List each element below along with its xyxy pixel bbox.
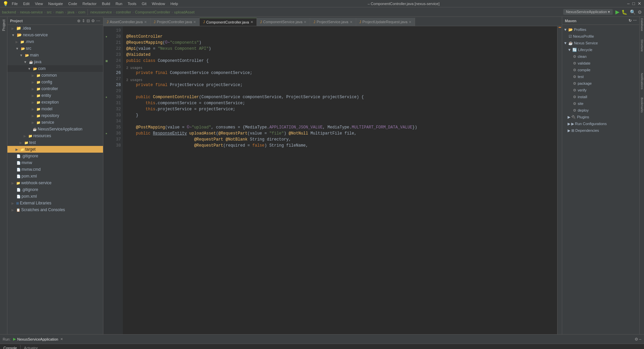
tree-item-target[interactable]: ▶ 📁 target bbox=[7, 146, 103, 153]
maven-verify[interactable]: ⚙ verify bbox=[562, 87, 639, 93]
tree-item-repository[interactable]: ▶ 📁 repository bbox=[7, 112, 103, 119]
menu-navigate[interactable]: Navigate bbox=[46, 1, 65, 6]
tab-actuator[interactable]: Actuator bbox=[21, 345, 41, 349]
close-btn[interactable]: ✕ bbox=[638, 1, 641, 6]
tree-item-pomxml2[interactable]: 📄 pom.xml bbox=[7, 193, 103, 200]
notif-structure-icon[interactable]: Structure bbox=[640, 39, 644, 52]
maven-refresh-btn[interactable]: ↻ bbox=[629, 18, 632, 23]
project-locate-btn[interactable]: ⊕ bbox=[77, 18, 80, 23]
debug-btn[interactable]: 🐛 bbox=[621, 9, 627, 15]
close-tab-componentservice[interactable]: ✕ bbox=[304, 20, 306, 24]
menu-run[interactable]: Run bbox=[113, 1, 124, 6]
maven-package[interactable]: ⚙ package bbox=[562, 80, 639, 87]
tab-componentservice[interactable]: J ComponentService.java ✕ bbox=[257, 18, 310, 26]
run-settings-btn[interactable]: ⚙ bbox=[635, 337, 638, 342]
tree-item-webhook-service[interactable]: ▶ 📁 webhook-service bbox=[7, 180, 103, 186]
tree-item-mvnwcmd[interactable]: 📄 mvnw.cmd bbox=[7, 166, 103, 173]
run-app-name[interactable]: NexusServiceApplication bbox=[17, 337, 58, 341]
tree-item-config[interactable]: ▶ 📁 config bbox=[7, 79, 103, 85]
menu-code[interactable]: Code bbox=[66, 1, 79, 6]
menu-help[interactable]: Help bbox=[168, 1, 180, 6]
notif-db-icon[interactable]: Database bbox=[640, 18, 644, 31]
notif-bookmarks-icon[interactable]: Bookmarks bbox=[640, 98, 644, 113]
toolbar-nexus-service[interactable]: nexus-service bbox=[20, 10, 43, 14]
tab-projectcontroller[interactable]: J ProjectController.java ✕ bbox=[150, 18, 200, 26]
project-collapse-btn[interactable]: ⊟ bbox=[87, 18, 90, 23]
maven-nexusprofile[interactable]: ☑ NexusProfile bbox=[562, 33, 639, 40]
close-tab-componentcontroller[interactable]: ✕ bbox=[250, 20, 253, 24]
tab-assetcontroller[interactable]: J AssetController.java ✕ bbox=[103, 18, 150, 26]
tree-item-gitignore[interactable]: 📄 .gitignore bbox=[7, 153, 103, 159]
maven-dependencies[interactable]: ▶ ⊞ Dependencies bbox=[562, 127, 639, 134]
tab-console[interactable]: Console bbox=[0, 345, 21, 349]
menu-build[interactable]: Build bbox=[100, 1, 112, 6]
toolbar-componentcontroller-breadcrumb[interactable]: ComponentController bbox=[135, 10, 170, 14]
menu-refactor[interactable]: Refactor bbox=[80, 1, 99, 6]
maven-profiles[interactable]: ▼ 📂 Profiles bbox=[562, 26, 639, 33]
toolbar-main[interactable]: main bbox=[56, 10, 64, 14]
close-tab-projectcontroller[interactable]: ✕ bbox=[193, 20, 196, 24]
maven-lifecycle[interactable]: ▼ 🔄 Lifecycle bbox=[562, 46, 639, 53]
tree-item-test[interactable]: ▶ 📁 test bbox=[7, 139, 103, 146]
maven-more-btn[interactable]: ⋯ bbox=[633, 18, 637, 23]
minimize-btn[interactable]: – bbox=[627, 1, 630, 6]
menu-file[interactable]: File bbox=[10, 1, 20, 6]
toolbar-controller-breadcrumb[interactable]: controller bbox=[116, 10, 131, 14]
tree-item-idea[interactable]: ▶ 📁 .idea bbox=[7, 25, 103, 32]
menu-tools[interactable]: Tools bbox=[126, 1, 138, 6]
tree-item-resources[interactable]: ▶ 📁 resources bbox=[7, 132, 103, 139]
tree-item-nexusapp[interactable]: ☕ NexusServiceApplication bbox=[7, 126, 103, 132]
menu-window[interactable]: Window bbox=[150, 1, 167, 6]
tree-item-java[interactable]: ▼ ☕ java bbox=[7, 59, 103, 65]
toolbar-nexusservice-breadcrumb[interactable]: nexusservice bbox=[90, 10, 112, 14]
maven-compile[interactable]: ⚙ compile bbox=[562, 67, 639, 73]
tree-item-mvnw[interactable]: 📄 mvnw bbox=[7, 159, 103, 166]
tree-item-mvn[interactable]: ▶ 📁 .mvn bbox=[7, 38, 103, 45]
tree-item-pomxml[interactable]: 📄 pom.xml bbox=[7, 173, 103, 180]
maven-clean[interactable]: ⚙ clean bbox=[562, 53, 639, 60]
notif-notif-icon[interactable]: Notifications bbox=[640, 73, 644, 89]
project-more-btn[interactable]: ⋯ bbox=[96, 18, 100, 23]
project-expand-btn[interactable]: ⇕ bbox=[82, 18, 85, 23]
toolbar-backend[interactable]: backend bbox=[2, 10, 16, 14]
project-settings-btn[interactable]: ⚙ bbox=[91, 18, 95, 23]
maven-install[interactable]: ⚙ install bbox=[562, 93, 639, 100]
menu-git[interactable]: Git bbox=[140, 1, 148, 6]
menu-view[interactable]: View bbox=[33, 1, 45, 6]
tree-item-exception[interactable]: ▶ 📁 exception bbox=[7, 99, 103, 106]
toolbar-settings-btn[interactable]: ⚙ bbox=[638, 9, 642, 15]
window-controls[interactable]: – □ ✕ bbox=[627, 1, 641, 6]
tab-componentcontroller[interactable]: J ComponentController.java ✕ bbox=[200, 18, 257, 26]
maven-run-configs[interactable]: ▶ ▶ Run Configurations bbox=[562, 120, 639, 127]
run-minimize-btn[interactable]: – bbox=[639, 337, 641, 342]
close-tab-projectupdaterequest[interactable]: ✕ bbox=[409, 20, 411, 24]
tab-projectservice[interactable]: J ProjectService.java ✕ bbox=[310, 18, 356, 26]
tree-item-main[interactable]: ▼ 📂 main bbox=[7, 52, 103, 59]
run-btn[interactable]: ▶ bbox=[615, 9, 619, 15]
tree-item-service[interactable]: ▶ 📁 service bbox=[7, 119, 103, 126]
toolbar-uploadasset-breadcrumb[interactable]: uploadAsset bbox=[174, 10, 195, 14]
tree-item-model[interactable]: ▶ 📁 model bbox=[7, 106, 103, 112]
maven-nexus-service[interactable]: ▼ ☕ Nexus Service bbox=[562, 40, 639, 46]
maven-deploy[interactable]: ⚙ deploy bbox=[562, 107, 639, 114]
tree-item-nexus-service[interactable]: ▼ 📂 nexus-service bbox=[7, 32, 103, 38]
run-app-close[interactable]: ✕ bbox=[60, 337, 63, 341]
tab-projectupdaterequest[interactable]: J ProjectUpdateRequest.java ✕ bbox=[356, 18, 415, 26]
toolbar-com[interactable]: com bbox=[78, 10, 86, 14]
toolbar-src[interactable]: src bbox=[47, 10, 52, 14]
maven-validate[interactable]: ⚙ validate bbox=[562, 60, 639, 67]
tree-item-com[interactable]: ▼ 📂 com bbox=[7, 65, 103, 72]
tree-item-src[interactable]: ▼ 📂 src bbox=[7, 45, 103, 52]
close-tab-assetcontroller[interactable]: ✕ bbox=[144, 20, 147, 24]
maximize-btn[interactable]: □ bbox=[632, 1, 635, 6]
maven-site[interactable]: ⚙ site bbox=[562, 100, 639, 107]
maven-plugins[interactable]: ▶ 🔌 Plugins bbox=[562, 114, 639, 120]
tree-item-gitignore2[interactable]: 📄 .gitignore bbox=[7, 186, 103, 193]
project-icon[interactable]: Project bbox=[1, 18, 6, 32]
tree-item-common[interactable]: ▶ 📁 common bbox=[7, 72, 103, 79]
code-editor[interactable]: @RestController @RequestMapping(©~"compo… bbox=[123, 26, 557, 334]
tree-item-entity[interactable]: ▶ 📁 entity bbox=[7, 92, 103, 99]
run-app-selector[interactable]: NexusServiceApplication ▾ bbox=[563, 9, 613, 15]
menu-edit[interactable]: Edit bbox=[21, 1, 32, 6]
toolbar-search-btn[interactable]: 🔍 bbox=[630, 9, 636, 15]
